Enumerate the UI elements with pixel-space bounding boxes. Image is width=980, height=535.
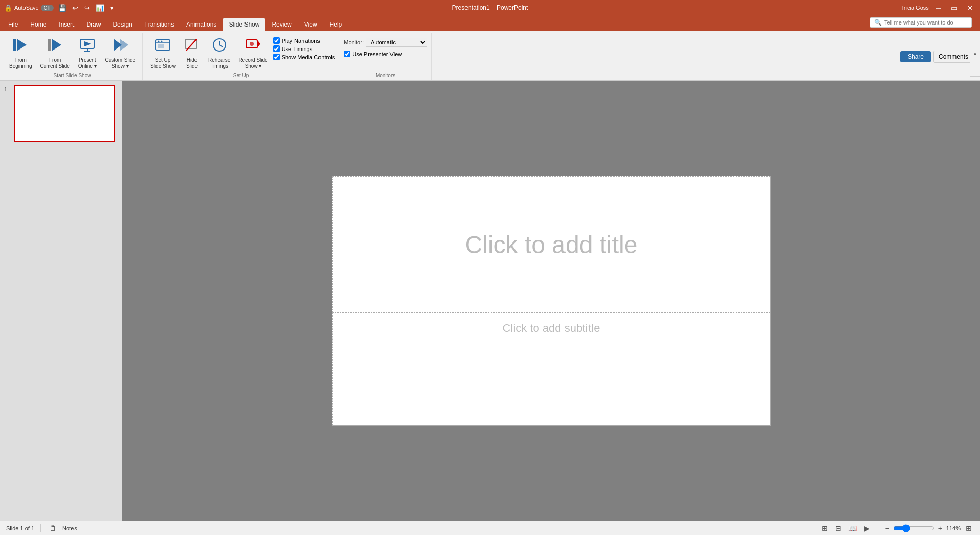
status-bar: Slide 1 of 1 🗒 Notes ⊞ ⊟ 📖 ▶ − + 114% ⊞: [0, 521, 980, 535]
slideshow-view-button[interactable]: ▶: [862, 523, 872, 533]
present-online-label: PresentOnline ▾: [78, 57, 97, 69]
search-input[interactable]: [884, 19, 967, 26]
use-presenter-view-row[interactable]: Use Presenter View: [344, 50, 402, 58]
search-area: 🔍: [870, 17, 976, 29]
autosave-toggle[interactable]: Off: [41, 5, 54, 11]
use-presenter-view-checkbox[interactable]: [344, 51, 350, 57]
custom-slideshow-icon: [112, 37, 128, 56]
from-beginning-button[interactable]: FromBeginning: [6, 35, 35, 71]
svg-marker-3: [52, 39, 61, 51]
record-slideshow-icon: [245, 37, 261, 56]
slide-subtitle-area[interactable]: Click to add subtitle: [332, 313, 770, 425]
slide-panel: 1: [0, 81, 122, 521]
from-current-label: FromCurrent Slide: [40, 57, 69, 69]
slide-canvas: Click to add title Click to add subtitle: [332, 176, 771, 426]
tab-insert[interactable]: Insert: [53, 18, 80, 31]
set-up-slideshow-label: Set UpSlide Show: [150, 57, 176, 69]
more-button[interactable]: ▾: [108, 3, 116, 13]
hide-slide-button[interactable]: HideSlide: [181, 35, 203, 71]
tab-animations[interactable]: Animations: [180, 18, 223, 31]
notes-label[interactable]: Notes: [62, 525, 77, 531]
minimize-button[interactable]: ─: [933, 3, 944, 13]
undo-button[interactable]: ↩: [70, 3, 81, 13]
canvas-area: Click to add title Click to add subtitle: [122, 81, 980, 521]
monitor-select[interactable]: Automatic Primary Monitor Secondary Moni…: [366, 38, 427, 47]
svg-point-13: [161, 41, 163, 42]
from-current-icon: [47, 37, 63, 56]
share-button[interactable]: Share: [900, 51, 931, 62]
play-narrations-checkbox[interactable]: [273, 37, 280, 44]
monitors-group-label: Monitors: [376, 71, 395, 80]
title-bar: 🔒 AutoSave Off 💾 ↩ ↪ 📊 ▾ Presentation1 –…: [0, 0, 980, 15]
svg-rect-14: [158, 44, 164, 48]
tab-slideshow[interactable]: Slide Show: [223, 18, 265, 31]
zoom-slider[interactable]: [893, 524, 934, 532]
reading-view-button[interactable]: 📖: [846, 523, 859, 533]
main-area: 1 Click to add title Click to add subtit…: [0, 81, 980, 521]
comments-button[interactable]: Comments: [933, 51, 974, 63]
show-media-controls-checkbox[interactable]: [273, 54, 280, 60]
svg-marker-9: [120, 39, 128, 51]
svg-point-12: [158, 41, 160, 42]
status-left: Slide 1 of 1 🗒 Notes: [6, 523, 77, 533]
svg-line-19: [219, 45, 223, 47]
present-button[interactable]: 📊: [93, 3, 107, 13]
restore-button[interactable]: ▭: [948, 3, 960, 13]
tab-file[interactable]: File: [2, 18, 24, 31]
close-button[interactable]: ✕: [964, 3, 976, 13]
autosave-label: AutoSave: [14, 5, 39, 11]
title-bar-right: Tricia Goss ─ ▭ ✕: [901, 3, 976, 13]
zoom-out-button[interactable]: −: [883, 523, 891, 533]
slide-title-area[interactable]: Click to add title: [332, 176, 770, 313]
undo-redo-area: 💾 ↩ ↪ 📊 ▾: [56, 3, 116, 13]
from-current-slide-button[interactable]: FromCurrent Slide: [37, 35, 72, 71]
zoom-level: 114%: [946, 525, 961, 531]
use-timings-checkbox[interactable]: [273, 45, 280, 52]
fit-to-window-button[interactable]: ⊞: [964, 523, 974, 533]
use-timings-row[interactable]: Use Timings: [273, 45, 335, 53]
setup-group-label: Set Up: [233, 71, 249, 80]
status-right: ⊞ ⊟ 📖 ▶ − + 114% ⊞: [820, 523, 974, 533]
save-button[interactable]: 💾: [56, 3, 69, 13]
normal-view-button[interactable]: ⊞: [820, 523, 830, 533]
use-timings-label: Use Timings: [282, 46, 313, 52]
set-up-slide-show-button[interactable]: Set UpSlide Show: [147, 35, 179, 71]
notes-icon[interactable]: 🗒: [47, 523, 58, 533]
custom-slideshow-label: Custom SlideShow ▾: [105, 57, 135, 69]
slide-1-thumbnail[interactable]: [14, 85, 115, 142]
status-divider-2: [877, 524, 877, 532]
present-online-icon: [79, 37, 95, 56]
slide-1-wrapper: 1: [4, 85, 118, 142]
rehearse-timings-label: RehearseTimings: [208, 57, 230, 69]
tab-review[interactable]: Review: [265, 18, 298, 31]
zoom-in-button[interactable]: +: [936, 523, 944, 533]
tab-transitions[interactable]: Transitions: [138, 18, 180, 31]
svg-point-22: [250, 42, 254, 46]
play-narrations-row[interactable]: Play Narrations: [273, 37, 335, 44]
from-beginning-icon: [12, 37, 29, 56]
start-slideshow-items: FromBeginning FromCurrent Slide PresentO…: [6, 33, 138, 71]
slide-1-number: 1: [4, 87, 11, 92]
record-slide-show-button[interactable]: Record SlideShow ▾: [235, 35, 271, 71]
redo-button[interactable]: ↪: [82, 3, 92, 13]
tab-help[interactable]: Help: [324, 18, 349, 31]
start-slideshow-group-label: Start Slide Show: [54, 71, 91, 80]
present-online-button[interactable]: PresentOnline ▾: [75, 35, 100, 71]
zoom-bar: − + 114%: [883, 523, 961, 533]
slide-sorter-button[interactable]: ⊟: [833, 523, 843, 533]
monitors-items: Monitor: Automatic Primary Monitor Secon…: [344, 33, 427, 71]
tab-view[interactable]: View: [298, 18, 324, 31]
slide-title-placeholder: Click to add title: [465, 231, 638, 259]
custom-slide-show-button[interactable]: Custom SlideShow ▾: [102, 35, 138, 71]
show-media-controls-row[interactable]: Show Media Controls: [273, 53, 335, 61]
tab-design[interactable]: Design: [107, 18, 138, 31]
tab-home[interactable]: Home: [24, 18, 53, 31]
setup-items: Set UpSlide Show HideSlide RehearseTimin…: [147, 33, 335, 71]
set-up-slideshow-icon: [155, 37, 171, 56]
collapse-ribbon-button[interactable]: ▲: [970, 31, 980, 77]
slide-count: Slide 1 of 1: [6, 525, 34, 531]
ribbon-tabs: File Home Insert Draw Design Transitions…: [0, 15, 980, 31]
rehearse-timings-button[interactable]: RehearseTimings: [205, 35, 233, 71]
svg-marker-7: [84, 41, 91, 46]
tab-draw[interactable]: Draw: [80, 18, 107, 31]
